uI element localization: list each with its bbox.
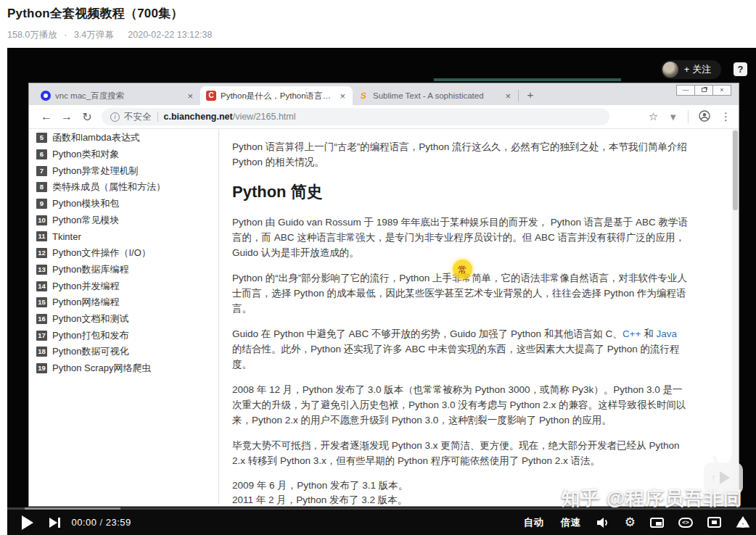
item-number: 17 — [36, 331, 47, 341]
tab-title: vnc mac_百度搜索 — [55, 91, 181, 101]
current-time: 00:00 — [72, 517, 97, 528]
browser-tabstrip: vnc mac_百度搜索 × C Python是什么，Python语言及其 × … — [29, 83, 739, 105]
video-control-bar: 00:00/23:59 自动 倍速 ⚙ <> — [7, 507, 756, 535]
close-window-button[interactable]: × — [712, 85, 731, 96]
tab-close-icon[interactable]: × — [504, 91, 512, 101]
sidebar-item[interactable]: 8类特殊成员（属性和方法） — [36, 179, 218, 196]
sidebar-item[interactable]: 12Python文件操作（I/O） — [36, 245, 218, 262]
address-bar[interactable]: i 不安全 c.biancheng.net /view/2165.html — [102, 108, 609, 125]
item-label: Python模块和包 — [52, 197, 119, 210]
url-host: c.biancheng.net — [164, 112, 233, 122]
restore-button[interactable] — [694, 85, 713, 96]
follow-label: + 关注 — [684, 63, 711, 76]
browser-window: vnc mac_百度搜索 × C Python是什么，Python语言及其 × … — [29, 83, 739, 506]
tab-biancheng-active[interactable]: C Python是什么，Python语言及其 × — [200, 86, 353, 105]
sidebar-item[interactable]: 13Python数据库编程 — [36, 262, 218, 278]
play-count: 158.0万播放 — [7, 30, 57, 40]
tab-sublime[interactable]: S Sublime Text - A sophisticated × — [353, 86, 518, 105]
biancheng-favicon: C — [206, 91, 216, 101]
fullscreen-icon[interactable] — [707, 517, 721, 528]
item-number: 8 — [36, 182, 47, 192]
item-label: Python网络编程 — [52, 296, 119, 309]
meta-dot: · — [64, 30, 67, 40]
tab-baidu-search[interactable]: vnc mac_百度搜索 × — [35, 86, 200, 105]
bookmark-star-icon[interactable]: ☆ — [649, 110, 658, 123]
sidebar-item[interactable]: 5函数和lambda表达式 — [36, 130, 218, 146]
text-segment: 的结合性。此外，Python 还实现了许多 ABC 中未曾实现的东西，这些因素大… — [232, 344, 680, 370]
item-number: 9 — [36, 199, 47, 209]
tab-close-icon[interactable]: × — [338, 91, 347, 101]
new-tab-button[interactable]: + — [522, 86, 539, 104]
minimize-button[interactable]: — — [676, 85, 695, 96]
sidebar-item[interactable]: 19Python Scrapy网络爬虫 — [36, 360, 218, 377]
tab-separator — [518, 90, 519, 101]
time-display: 00:00/23:59 — [72, 517, 131, 528]
item-label: Python异常处理机制 — [52, 165, 138, 178]
omnibox-separator — [157, 112, 158, 122]
sidebar-item[interactable]: 6Python类和对象 — [36, 146, 218, 163]
page-header: Python全套视频教程（700集） 158.0万播放 · 3.4万弹幕 202… — [7, 0, 756, 48]
cpp-link[interactable]: C++ — [623, 328, 641, 339]
sidebar-item[interactable]: 9Python模块和包 — [36, 196, 218, 212]
follow-button[interactable]: + 关注 — [661, 60, 721, 79]
menu-dots-icon[interactable]: ⋮ — [720, 110, 731, 123]
sidebar-item[interactable]: 14Python并发编程 — [36, 278, 218, 294]
baidu-favicon — [41, 91, 51, 101]
item-number: 18 — [36, 347, 47, 357]
browser-content: 5函数和lambda表达式 6Python类和对象 7Python异常处理机制 … — [29, 129, 739, 505]
scrollbar-thumb[interactable] — [733, 130, 738, 210]
cursor-click-highlight — [453, 260, 472, 279]
tv-play-float-icon[interactable]: ↑ — [701, 454, 746, 499]
settings-gear-icon[interactable]: ⚙ — [625, 515, 636, 530]
item-label: Python文档和测试 — [52, 312, 128, 325]
item-number: 5 — [36, 133, 47, 143]
publish-datetime: 2020-02-22 13:12:38 — [128, 30, 212, 40]
duration: 23:59 — [106, 517, 131, 528]
sublime-favicon: S — [358, 91, 369, 101]
sidebar-item[interactable]: 7Python异常处理机制 — [36, 162, 218, 179]
item-label: Python数据可视化 — [52, 345, 128, 358]
tab-close-icon[interactable]: × — [186, 91, 194, 101]
widescreen-icon[interactable]: <> — [678, 518, 693, 528]
sidebar-item[interactable]: 18Python数据可视化 — [36, 344, 218, 360]
auto-quality-button[interactable]: 自动 — [524, 516, 543, 529]
sidebar-item[interactable]: 16Python文档和测试 — [36, 311, 218, 328]
profile-icon[interactable] — [699, 110, 710, 124]
item-number: 11 — [36, 231, 47, 241]
item-number: 6 — [36, 149, 47, 159]
up-arrow-icon: ↑ — [711, 473, 715, 483]
back-icon[interactable]: ← — [36, 110, 57, 123]
playback-speed-button[interactable]: 倍速 — [561, 516, 580, 529]
info-icon[interactable]: i — [110, 112, 120, 122]
video-player[interactable]: vnc mac_百度搜索 × C Python是什么，Python语言及其 × … — [7, 48, 756, 535]
java-link[interactable]: Java — [656, 328, 677, 339]
text-segment: 和 — [641, 328, 656, 339]
page-scrollbar[interactable] — [732, 129, 739, 505]
help-icon[interactable]: ? — [734, 62, 747, 76]
sidebar-item[interactable]: 15Python网络编程 — [36, 294, 218, 311]
item-label: Python文件操作（I/O） — [52, 246, 151, 260]
toc-sidebar: 5函数和lambda表达式 6Python类和对象 7Python异常处理机制 … — [29, 129, 219, 505]
tab-title: Sublime Text - A sophisticated — [373, 91, 499, 100]
volume-icon[interactable] — [596, 517, 610, 528]
item-label: Tkinter — [52, 231, 81, 242]
danmaku-settings-icon[interactable] — [736, 516, 746, 529]
download-arrow-icon[interactable]: ▼ — [668, 112, 678, 123]
security-label: 不安全 — [124, 111, 152, 123]
next-episode-button[interactable] — [49, 518, 60, 528]
uploader-avatar — [662, 62, 678, 78]
item-number: 14 — [36, 281, 47, 291]
time-separator: / — [100, 517, 103, 528]
item-label: 类特殊成员（属性和方法） — [52, 181, 165, 194]
play-button[interactable] — [22, 515, 33, 530]
sidebar-item[interactable]: 17Python打包和发布 — [36, 327, 218, 344]
item-label: Python常见模块 — [52, 214, 119, 227]
sidebar-item[interactable]: 10Python常见模块 — [36, 212, 218, 228]
restore-icon — [702, 88, 707, 92]
pip-icon[interactable] — [650, 518, 664, 528]
reload-icon[interactable]: ↻ — [77, 110, 97, 124]
forward-icon[interactable]: → — [57, 110, 77, 123]
sidebar-item[interactable]: 11Tkinter — [36, 228, 218, 245]
item-number: 19 — [36, 363, 47, 373]
next-bar-icon — [58, 518, 60, 528]
